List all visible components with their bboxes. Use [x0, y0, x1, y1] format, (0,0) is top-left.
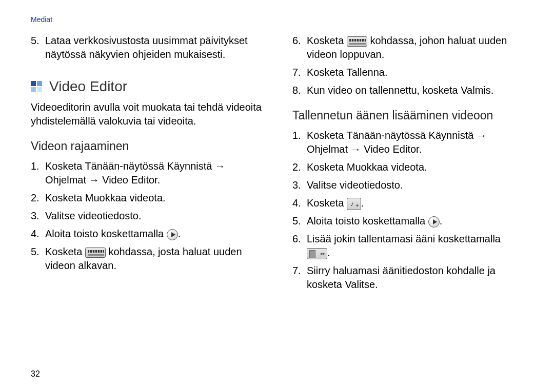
item-number: 8. [292, 84, 307, 97]
item-number: 2. [292, 160, 307, 174]
timeline-icon [347, 36, 367, 47]
list-item: 6. Kosketa kohdassa, johon haluat uuden … [292, 34, 523, 61]
item-text: Aloita toisto koskettamalla . [307, 214, 442, 228]
item-text: Kosketa Tänään-näytössä Käynnistä → Ohje… [307, 129, 523, 156]
continuation-list: 5. Lataa verkkosivustosta uusimmat päivi… [31, 34, 262, 61]
item-number: 4. [292, 196, 307, 210]
list-item: 3. Valitse videotiedosto. [292, 178, 523, 192]
subheading: Tallennetun äänen lisääminen videoon [292, 108, 523, 123]
play-icon [167, 229, 178, 240]
item-text: Kosketa kohdassa, josta haluat uuden vid… [45, 245, 262, 273]
play-icon [428, 216, 440, 228]
section-intro: Videoeditorin avulla voit muokata tai te… [31, 100, 262, 128]
list-item: 5. Lataa verkkosivustosta uusimmat päivi… [31, 34, 262, 61]
item-number: 7. [292, 264, 307, 292]
add-audio-icon [347, 198, 361, 210]
item-number: 2. [31, 191, 45, 205]
item-number: 3. [292, 178, 307, 192]
item-number: 5. [31, 34, 45, 61]
item-text: Aloita toisto koskettamalla . [45, 227, 181, 241]
item-text: Lataa verkkosivustosta uusimmat päivityk… [45, 34, 262, 61]
item-number: 5. [31, 245, 45, 273]
item-number: 1. [292, 129, 307, 156]
list-item: 5. Kosketa kohdassa, josta haluat uuden … [31, 245, 262, 273]
list-item: 7. Kosketa Tallenna. [292, 66, 523, 79]
section-title-text: Video Editor [49, 77, 127, 96]
list-item: 4. Kosketa . [292, 196, 523, 210]
item-text: Lisää jokin tallentamasi ääni koskettama… [307, 232, 523, 260]
item-number: 4. [31, 227, 45, 241]
list-item: 1. Kosketa Tänään-näytössä Käynnistä → O… [31, 159, 262, 187]
list-item: 8. Kun video on tallennettu, kosketa Val… [292, 84, 523, 97]
item-text: Kosketa kohdassa, johon haluat uuden vid… [307, 34, 523, 61]
item-number: 7. [292, 66, 307, 79]
item-text: Kosketa Muokkaa videota. [45, 191, 166, 205]
item-text: Kosketa Muokkaa videota. [307, 160, 427, 174]
two-column-layout: 5. Lataa verkkosivustosta uusimmat päivi… [31, 34, 523, 296]
item-text: Kun video on tallennettu, kosketa Valmis… [307, 84, 493, 97]
item-number: 5. [292, 214, 307, 228]
list-item: 7. Siirry haluamasi äänitiedoston kohdal… [292, 264, 523, 292]
squares-icon [31, 81, 42, 92]
list-item: 1. Kosketa Tänään-näytössä Käynnistä → O… [292, 129, 523, 156]
left-column: 5. Lataa verkkosivustosta uusimmat päivi… [31, 34, 262, 296]
item-text: Valitse videotiedosto. [45, 209, 142, 223]
subheading: Videon rajaaminen [31, 138, 262, 154]
ordered-list: 1. Kosketa Tänään-näytössä Käynnistä → O… [292, 129, 523, 292]
list-item: 4. Aloita toisto koskettamalla . [31, 227, 262, 241]
ordered-list: 1. Kosketa Tänään-näytössä Käynnistä → O… [31, 159, 262, 273]
list-item: 2. Kosketa Muokkaa videota. [31, 191, 262, 205]
audio-file-icon [307, 248, 327, 259]
timeline-icon [85, 247, 106, 258]
item-text: Valitse videotiedosto. [307, 178, 403, 192]
item-number: 6. [292, 232, 307, 260]
item-text: Kosketa Tallenna. [307, 66, 388, 79]
item-number: 6. [292, 34, 307, 61]
item-number: 1. [31, 159, 45, 187]
list-item: 5. Aloita toisto koskettamalla . [292, 214, 523, 228]
item-text: Kosketa Tänään-näytössä Käynnistä → Ohje… [45, 159, 262, 187]
list-item: 6. Lisää jokin tallentamasi ääni koskett… [292, 232, 523, 260]
list-item: 3. Valitse videotiedosto. [31, 209, 262, 223]
page-header: Mediat [31, 15, 523, 24]
item-text: Siirry haluamasi äänitiedoston kohdalle … [307, 264, 523, 292]
page-number: 32 [31, 369, 40, 379]
document-page: Mediat 5. Lataa verkkosivustosta uusimma… [0, 0, 554, 392]
list-item: 2. Kosketa Muokkaa videota. [292, 160, 523, 174]
ordered-list-continued: 6. Kosketa kohdassa, johon haluat uuden … [292, 34, 523, 97]
right-column: 6. Kosketa kohdassa, johon haluat uuden … [292, 34, 523, 296]
item-number: 3. [31, 209, 45, 223]
section-heading: Video Editor [31, 77, 262, 96]
item-text: Kosketa . [307, 196, 364, 210]
